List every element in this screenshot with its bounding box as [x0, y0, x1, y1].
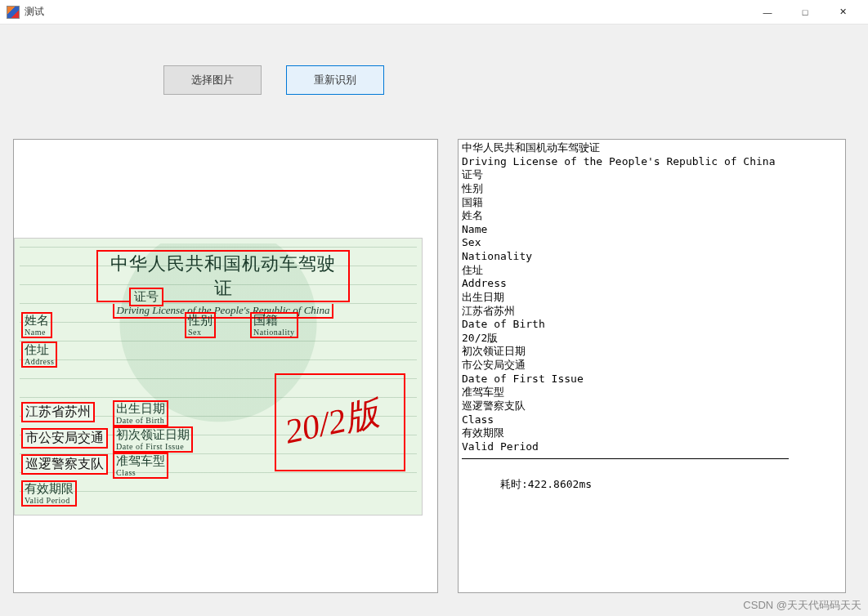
label-dob-en: Date of Birth [116, 416, 165, 425]
value-police: 巡逻警察支队 [21, 454, 108, 475]
label-name-cn: 姓名 [25, 314, 49, 328]
license-image: 中华人民共和国机动车驾驶证 Driving License of the Peo… [14, 238, 423, 516]
field-valid: 有效期限 Valid Period [21, 480, 77, 507]
value-bureau: 市公安局交通 [21, 428, 108, 449]
select-image-button[interactable]: 选择图片 [163, 65, 262, 95]
app-icon [7, 6, 20, 19]
field-class: 准驾车型 Class [113, 453, 168, 479]
minimize-button[interactable]: — [749, 0, 786, 25]
field-first-issue: 初次领证日期 Date of First Issue [113, 426, 193, 453]
label-class-cn: 准驾车型 [116, 454, 165, 468]
label-class-en: Class [116, 468, 165, 477]
watermark-box: 20/2版 [275, 373, 405, 471]
label-sex-cn: 性别 [188, 314, 213, 328]
value-jiangsu: 江苏省苏州 [21, 402, 95, 422]
image-panel: 中华人民共和国机动车驾驶证 Driving License of the Peo… [13, 139, 438, 593]
time-value: 422.8602ms [528, 478, 592, 490]
footer-watermark: CSDN @天天代码码天天 [743, 598, 861, 613]
field-address: 住址 Address [21, 341, 57, 368]
license-title: 中华人民共和国机动车驾驶证 Driving License of the Peo… [96, 250, 350, 319]
field-nationality: 国籍 Nationality [250, 312, 298, 338]
label-nat-en: Nationality [253, 328, 295, 337]
label-dob-cn: 出生日期 [116, 402, 165, 416]
label-valid-cn: 有效期限 [25, 482, 74, 496]
client-area: 选择图片 重新识别 中华人民共和国机动车驾驶证 Driving License … [0, 25, 868, 616]
label-first-en: Date of First Issue [116, 442, 190, 451]
label-sex-en: Sex [188, 328, 213, 337]
field-dob: 出生日期 Date of Birth [113, 400, 168, 426]
label-addr-en: Address [25, 357, 54, 366]
label-nat-cn: 国籍 [253, 314, 295, 328]
label-name-en: Name [25, 328, 49, 337]
field-sex: 性别 Sex [185, 312, 216, 338]
close-button[interactable]: ✕ [824, 0, 861, 25]
timing-line: 耗时:422.8602ms [462, 464, 842, 505]
label-valid-en: Valid Period [25, 496, 74, 505]
field-name: 姓名 Name [21, 312, 52, 338]
cert-no-label: 证号 [129, 288, 163, 306]
watermark-text: 20/2版 [280, 390, 383, 454]
output-text: 中华人民共和国机动车驾驶证 Driving License of the Peo… [462, 141, 842, 453]
titlebar: 测试 — □ ✕ [0, 0, 868, 25]
time-label: 耗时: [500, 478, 528, 490]
output-panel[interactable]: 中华人民共和国机动车驾驶证 Driving License of the Peo… [458, 139, 846, 593]
maximize-button[interactable]: □ [786, 0, 824, 25]
window-title: 测试 [25, 5, 44, 19]
toolbar: 选择图片 重新识别 [163, 65, 384, 95]
output-divider [462, 458, 789, 459]
recognize-button[interactable]: 重新识别 [286, 65, 384, 95]
label-addr-cn: 住址 [25, 343, 54, 357]
label-first-cn: 初次领证日期 [116, 428, 190, 442]
